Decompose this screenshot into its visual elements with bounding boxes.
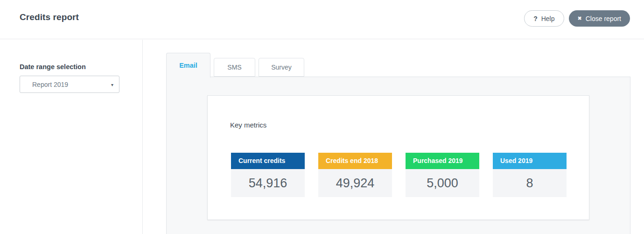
date-range-select[interactable]: Report 2019 ▾ — [20, 76, 119, 93]
metric-tile-label: Credits end 2018 — [326, 157, 378, 164]
metric-tile-header: Credits end 2018 — [318, 153, 392, 169]
metric-tile-value: 8 — [493, 169, 567, 197]
header-actions: ? Help ✖ Close report — [524, 10, 630, 27]
metric-tile-label: Purchased 2019 — [413, 157, 463, 164]
close-report-button[interactable]: ✖ Close report — [569, 10, 630, 27]
sidebar: Date range selection Report 2019 ▾ — [0, 40, 143, 234]
date-range-value: Report 2019 — [20, 81, 68, 88]
metric-tile-value: 5,000 — [406, 169, 479, 197]
page-title: Credits report — [20, 12, 79, 22]
dropdown-caret-icon: ▾ — [111, 82, 113, 87]
metric-tiles-row: Current credits 54,916 Credits end 2018 … — [231, 153, 567, 197]
key-metrics-title: Key metrics — [230, 121, 266, 129]
tab-survey-label: Survey — [271, 64, 292, 71]
help-button[interactable]: ? Help — [524, 10, 564, 27]
tab-email-label: Email — [179, 62, 197, 69]
key-metrics-card: Key metrics Current credits 54,916 Credi… — [207, 95, 589, 220]
app-header: Credits report ? Help ✖ Close report — [0, 0, 644, 39]
close-report-label: Close report — [586, 15, 621, 22]
tab-email[interactable]: Email — [166, 53, 210, 78]
metric-tile: Purchased 2019 5,000 — [406, 153, 479, 197]
question-icon: ? — [533, 15, 538, 22]
metric-tile-label: Used 2019 — [500, 157, 532, 164]
metric-tile-value: 54,916 — [231, 169, 305, 197]
metric-tile: Used 2019 8 — [493, 153, 567, 197]
tab-sms-label: SMS — [227, 64, 241, 71]
metric-tile-value: 49,924 — [318, 169, 392, 197]
date-range-label: Date range selection — [20, 63, 86, 71]
close-icon: ✖ — [578, 15, 582, 21]
metric-tile-label: Current credits — [238, 157, 285, 164]
help-button-label: Help — [541, 15, 555, 22]
metric-tile: Current credits 54,916 — [231, 153, 305, 197]
tab-sms[interactable]: SMS — [214, 58, 255, 77]
metric-tile-header: Purchased 2019 — [406, 153, 479, 169]
metric-tile: Credits end 2018 49,924 — [318, 153, 392, 197]
tab-survey[interactable]: Survey — [259, 58, 304, 77]
metric-tile-header: Current credits — [231, 153, 305, 169]
content-panel: Key metrics Current credits 54,916 Credi… — [166, 77, 630, 234]
metric-tile-header: Used 2019 — [493, 153, 567, 169]
